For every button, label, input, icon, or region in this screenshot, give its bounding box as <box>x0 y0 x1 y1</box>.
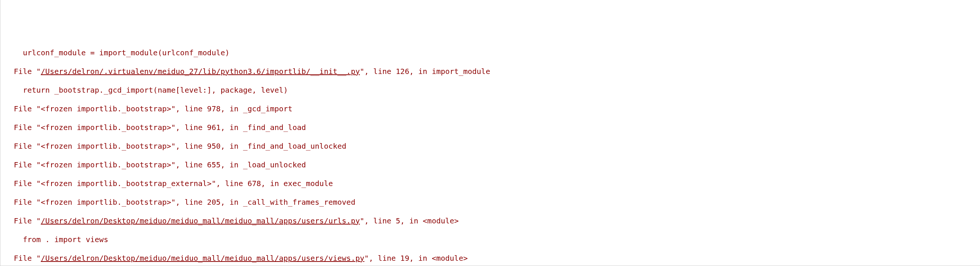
trace-line: from . import views <box>5 235 980 244</box>
trace-line: urlconf_module = import_module(urlconf_m… <box>5 48 980 58</box>
trace-line: File "<frozen importlib._bootstrap>", li… <box>5 160 980 170</box>
trace-file-line: File "/Users/delron/Desktop/meiduo/meidu… <box>5 216 980 226</box>
trace-file-line: File "/Users/delron/.virtualenv/meiduo_2… <box>5 67 980 76</box>
file-link[interactable]: /Users/delron/Desktop/meiduo/meiduo_mall… <box>41 254 364 263</box>
trace-line: File "<frozen importlib._bootstrap>", li… <box>5 123 980 132</box>
file-link[interactable]: /Users/delron/Desktop/meiduo/meiduo_mall… <box>41 216 360 225</box>
trace-line: File "<frozen importlib._bootstrap>", li… <box>5 198 980 207</box>
trace-line: File "<frozen importlib._bootstrap>", li… <box>5 104 980 114</box>
trace-line: File "<frozen importlib._bootstrap_exter… <box>5 179 980 188</box>
trace-line: File "<frozen importlib._bootstrap>", li… <box>5 142 980 151</box>
trace-file-line: File "/Users/delron/Desktop/meiduo/meidu… <box>5 254 980 263</box>
file-link[interactable]: /Users/delron/.virtualenv/meiduo_27/lib/… <box>41 67 360 76</box>
traceback-output: urlconf_module = import_module(urlconf_m… <box>5 39 980 266</box>
trace-line: return _bootstrap._gcd_import(name[level… <box>5 85 980 95</box>
